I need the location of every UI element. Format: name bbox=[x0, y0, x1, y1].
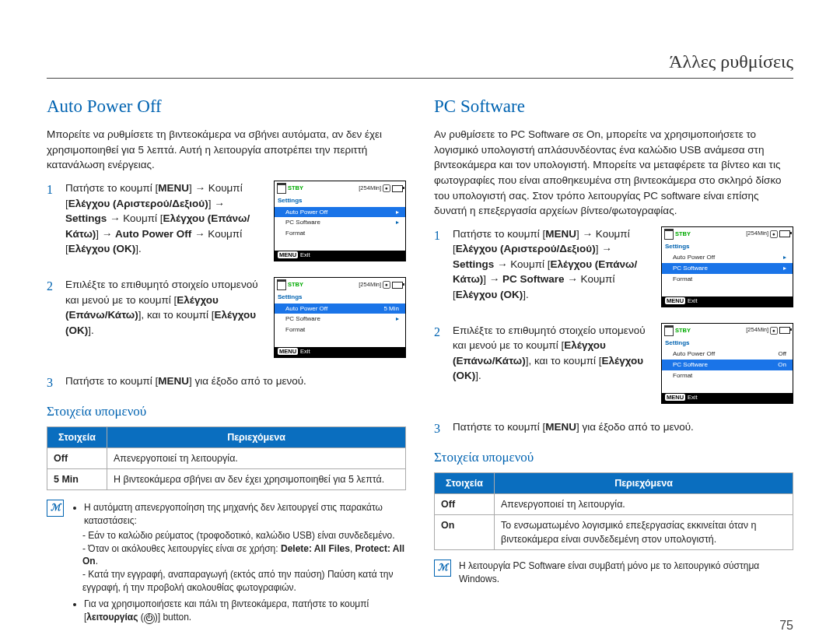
step-number: 2 bbox=[434, 323, 445, 341]
note-icon: ℳ bbox=[47, 500, 64, 517]
divider bbox=[47, 78, 793, 79]
note-right: ℳ Η λειτουργία PC Software είναι συμβατή… bbox=[434, 560, 793, 586]
step-2-text: Επιλέξτε το επιθυμητό στοιχείο υπομενού … bbox=[453, 323, 650, 384]
step-number: 1 bbox=[47, 181, 58, 198]
rec-icon: ● bbox=[383, 281, 390, 289]
intro-auto-power-off: Μπορείτε να ρυθμίσετε τη βιντεοκάμερα να… bbox=[47, 127, 406, 173]
battery-icon bbox=[779, 327, 790, 334]
step-number: 2 bbox=[47, 277, 58, 295]
battery-icon bbox=[392, 282, 403, 289]
table-row: Off Απενεργοποιεί τη λειτουργία. bbox=[47, 447, 406, 468]
right-column: PC Software Αν ρυθμίσετε το PC Software … bbox=[434, 93, 793, 626]
device-screen-apo-highlight: STBY [254Min] ● Settings Auto Power Off▸… bbox=[274, 181, 406, 261]
step-number: 3 bbox=[434, 419, 445, 437]
step-1-text: Πατήστε το κουμπί [MENU] → Κουμπί [Ελέγχ… bbox=[65, 181, 263, 257]
step-1-text: Πατήστε το κουμπί [MENU] → Κουμπί [Ελέγχ… bbox=[453, 226, 650, 303]
step-number: 3 bbox=[47, 374, 58, 391]
table-row: Off Απενεργοποιεί τη λειτουργία. bbox=[435, 493, 793, 514]
steps-auto-power-off: 1 Πατήστε το κουμπί [MENU] → Κουμπί [Ελέ… bbox=[47, 181, 406, 391]
submenu-table-left: Στοιχεία Περιεχόμενα Off Απενεργοποιεί τ… bbox=[47, 426, 406, 490]
table-row: 5 Min Η βιντεοκάμερα σβήνει αν δεν έχει … bbox=[47, 469, 406, 490]
content-columns: Auto Power Off Μπορείτε να ρυθμίσετε τη … bbox=[47, 93, 793, 626]
col-contents: Περιεχόμενα bbox=[107, 426, 406, 447]
col-items: Στοιχεία bbox=[47, 426, 107, 447]
rec-icon: ● bbox=[770, 230, 778, 238]
col-items: Στοιχεία bbox=[435, 472, 495, 493]
step-number: 1 bbox=[434, 226, 445, 244]
battery-icon bbox=[779, 230, 790, 237]
step-2-illustration: STBY [254Min] ● Settings Auto Power Off5… bbox=[271, 277, 406, 366]
sd-icon bbox=[277, 279, 286, 290]
col-contents: Περιεχόμενα bbox=[495, 472, 793, 493]
submenu-heading-right: Στοιχεία υπομενού bbox=[434, 448, 793, 468]
sd-icon bbox=[664, 229, 674, 240]
power-icon: ⏻ bbox=[144, 613, 155, 624]
device-screen-apo-5min: STBY [254Min] ● Settings Auto Power Off5… bbox=[274, 277, 406, 358]
device-screen-pcs-on: STBY [254Min] ● Settings Auto Power OffO… bbox=[661, 323, 793, 404]
step-3-text: Πατήστε το κουμπί [MENU] για έξοδο από τ… bbox=[453, 419, 793, 435]
section-heading-pc-software: PC Software bbox=[434, 93, 793, 119]
rec-icon: ● bbox=[770, 327, 778, 335]
rec-icon: ● bbox=[383, 184, 390, 192]
page-number: 75 bbox=[779, 616, 793, 634]
step-1-illustration: STBY [254Min] ● Settings Auto Power Off▸… bbox=[658, 226, 793, 315]
step-1-illustration: STBY [254Min] ● Settings Auto Power Off▸… bbox=[271, 181, 406, 269]
table-row: On Το ενσωματωμένο λογισμικό επεξεργασία… bbox=[435, 514, 793, 549]
section-heading-auto-power-off: Auto Power Off bbox=[47, 93, 406, 119]
step-3-text: Πατήστε το κουμπί [MENU] για έξοδο από τ… bbox=[65, 374, 406, 389]
battery-icon bbox=[392, 185, 403, 192]
intro-pc-software: Αν ρυθμίσετε το PC Software σε On, μπορε… bbox=[434, 127, 793, 218]
step-2-illustration: STBY [254Min] ● Settings Auto Power OffO… bbox=[658, 323, 793, 412]
running-header: Άλλες ρυθμίσεις bbox=[669, 48, 793, 75]
left-column: Auto Power Off Μπορείτε να ρυθμίσετε τη … bbox=[47, 93, 406, 626]
submenu-table-right: Στοιχεία Περιεχόμενα Off Απενεργοποιεί τ… bbox=[434, 472, 793, 551]
note-icon: ℳ bbox=[434, 560, 451, 577]
submenu-heading-left: Στοιχεία υπομενού bbox=[47, 402, 406, 422]
note-left: ℳ Η αυτόματη απενεργοποίηση της μηχανής … bbox=[47, 500, 406, 625]
device-screen-pcs-highlight: STBY [254Min] ● Settings Auto Power Off▸… bbox=[661, 226, 793, 307]
sd-icon bbox=[277, 183, 286, 194]
steps-pc-software: 1 Πατήστε το κουμπί [MENU] → Κουμπί [Ελέ… bbox=[434, 226, 793, 437]
step-2-text: Επιλέξτε το επιθυμητό στοιχείο υπομενού … bbox=[65, 277, 263, 338]
manual-page: Άλλες ρυθμίσεις Auto Power Off Μπορείτε … bbox=[0, 0, 840, 642]
sd-icon bbox=[664, 325, 674, 336]
